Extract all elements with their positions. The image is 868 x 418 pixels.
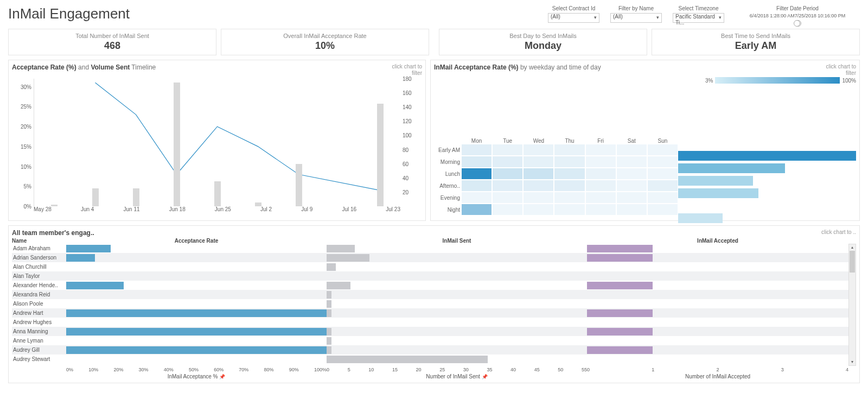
date-end: 7/25/2018 10:16:00 PM <box>795 13 846 18</box>
heatmap-cell <box>586 204 616 215</box>
timezone-filter-select[interactable]: Pacific Standard Ti... <box>673 13 724 23</box>
heatmap-cell <box>648 168 678 179</box>
scroll-down-icon[interactable]: ▾ <box>849 359 856 365</box>
name-filter-label: Filter by Name <box>618 5 654 11</box>
date-start: 6/4/2018 1:28:00 AM <box>750 13 795 18</box>
sent-bar <box>327 356 488 363</box>
heatmap-cell <box>554 204 584 215</box>
heatmap-cell <box>586 168 616 179</box>
heatmap-cell <box>462 156 492 167</box>
sent-bar <box>327 328 331 335</box>
accepted-bar <box>587 245 653 252</box>
heatmap-cell <box>586 180 616 191</box>
heatmap-cell <box>586 192 616 203</box>
heatmap-title: InMail Acceptance Rate (%) by weekday an… <box>434 64 601 71</box>
table-row[interactable]: Anna Manning <box>12 327 848 336</box>
member-name: Alan Taylor <box>12 273 66 279</box>
member-name: Alison Poole <box>12 301 66 307</box>
accepted-bar <box>587 282 653 289</box>
volume-bar <box>377 104 384 206</box>
heatmap-cell <box>586 156 616 167</box>
contract-filter-select[interactable]: (All) <box>548 13 599 23</box>
heatmap-cell <box>493 168 522 179</box>
table-row[interactable]: Andrew Hart <box>12 308 848 318</box>
heatmap-cell <box>524 168 553 179</box>
kpi-value: Early AM <box>655 40 856 52</box>
table-row[interactable]: Andrew Hughes <box>12 318 848 327</box>
timezone-filter-label: Select Timezone <box>679 5 719 11</box>
accepted-bar <box>587 346 653 354</box>
table-row[interactable]: Anne Lyman <box>12 336 848 345</box>
volume-bar <box>214 181 221 206</box>
time-bar <box>678 150 856 162</box>
time-bar <box>678 212 856 224</box>
kpi-card: Best Day to Send InMails Monday <box>439 29 647 55</box>
heatmap-cell <box>617 144 647 155</box>
scroll-up-icon[interactable]: ▴ <box>849 244 856 251</box>
member-name: Andrew Hart <box>12 310 66 316</box>
day-bar: Thu <box>554 136 585 144</box>
table-row[interactable]: Alan Taylor <box>12 271 848 281</box>
scroll-thumb[interactable] <box>850 251 855 273</box>
heatmap-cell <box>617 180 647 191</box>
member-name: Audrey Stewart <box>12 356 66 362</box>
heatmap-cell <box>617 156 647 167</box>
sent-bar <box>327 245 355 252</box>
heatmap-cell <box>648 204 678 215</box>
rate-bar <box>66 254 95 262</box>
table-row[interactable]: Audrey Stewart <box>12 354 848 364</box>
sent-bar <box>327 263 336 271</box>
heatmap-cell <box>462 192 492 203</box>
table-row[interactable]: Audrey Gill <box>12 345 848 354</box>
heatmap-cell <box>462 180 492 191</box>
table-row[interactable]: Adam Abraham <box>12 244 848 253</box>
sent-bar <box>327 291 331 299</box>
heatmap-chart[interactable]: InMail Acceptance Rate (%) by weekday an… <box>430 60 860 221</box>
col-sent: InMail Sent <box>327 238 587 244</box>
name-filter-select[interactable]: (All) <box>610 13 662 23</box>
kpi-card: Overall InMail Acceptance Rate 10% <box>221 29 429 55</box>
page-title: InMail Engagement <box>8 5 130 22</box>
heatmap-legend: 3% 100% <box>705 77 856 84</box>
heatmap-cell <box>617 204 647 215</box>
table-row[interactable]: Alan Churchill <box>12 262 848 271</box>
heatmap-cell <box>524 144 553 155</box>
kpi-value: 468 <box>12 40 213 52</box>
day-bar: Sat <box>616 136 647 144</box>
rate-bar <box>66 309 327 317</box>
heatmap-cell <box>493 156 522 167</box>
sent-bar <box>327 254 369 262</box>
volume-bar <box>296 164 302 206</box>
col-rate: Acceptance Rate <box>66 238 327 244</box>
heatmap-cell <box>462 144 492 155</box>
team-engagement-chart[interactable]: All team member's engag.. click chart to… <box>8 225 860 383</box>
member-name: Alan Churchill <box>12 264 66 270</box>
table-row[interactable]: Adrian Sanderson <box>12 253 848 262</box>
col-acc: InMail Accepted <box>587 238 848 244</box>
team-hint: click chart to .. <box>821 229 856 237</box>
member-name: Andrew Hughes <box>12 319 66 325</box>
table-row[interactable]: Alison Poole <box>12 299 848 308</box>
volume-bar <box>92 188 99 206</box>
table-row[interactable]: Alexander Hende.. <box>12 281 848 290</box>
heatmap-cell <box>617 192 647 203</box>
sent-bar <box>327 337 331 345</box>
heatmap-cell <box>554 156 584 167</box>
team-scrollbar[interactable]: ▴ ▾ <box>848 244 856 366</box>
time-bar <box>678 162 856 174</box>
member-name: Adrian Sanderson <box>12 255 66 261</box>
heatmap-cell <box>617 168 647 179</box>
team-title: All team member's engag.. <box>12 229 94 237</box>
kpi-card: Total Number of InMail Sent 468 <box>8 29 216 55</box>
member-name: Adam Abraham <box>12 245 66 251</box>
heatmap-cell <box>462 204 492 215</box>
heatmap-cell <box>554 180 584 191</box>
volume-bar <box>133 188 139 206</box>
rate-bar <box>66 328 327 335</box>
heatmap-cell <box>524 192 553 203</box>
timeline-chart[interactable]: Acceptance Rate (%) and Volume Sent Time… <box>8 60 426 221</box>
member-name: Alexander Hende.. <box>12 282 66 288</box>
kpi-label: Overall InMail Acceptance Rate <box>225 33 425 39</box>
heatmap-cell <box>462 168 492 179</box>
table-row[interactable]: Alexandra Reid <box>12 290 848 299</box>
